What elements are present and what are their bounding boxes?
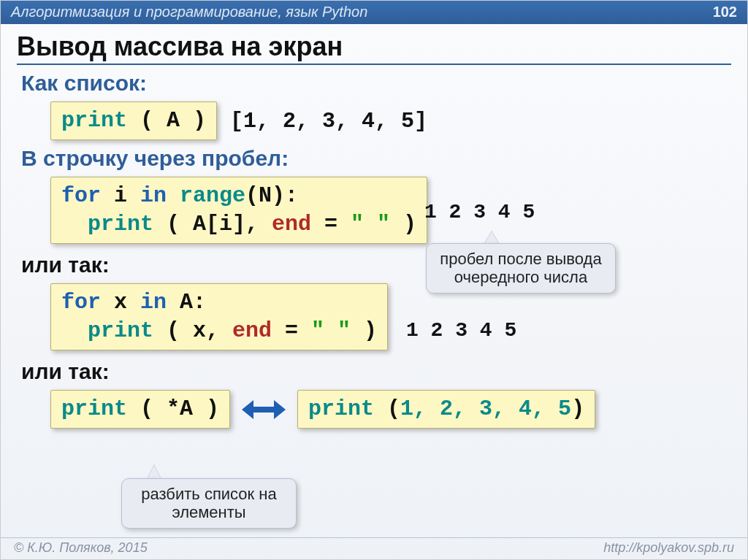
section-as-list-row: print ( A ) [1, 2, 3, 4, 5] [50,101,727,140]
section-or-2-label: или так: [21,359,727,384]
code-rest: ( A ) [127,108,206,133]
slide: Алгоритмизация и программирование, язык … [0,0,748,560]
callout-tail-2 [147,465,161,480]
content: Как список: print ( A ) [1, 2, 3, 4, 5] … [1,71,747,429]
section-inline-row: for i in range(N): print ( A[i], end = "… [50,177,727,244]
output-list: [1, 2, 3, 4, 5] [230,109,427,134]
code-for-x: for x in A: print ( x, end = " " ) [50,283,388,350]
callout-space-after: пробел после вывода очередного числа [426,243,616,294]
section-or-1-row: for x in A: print ( x, end = " " ) [50,283,727,350]
double-arrow-icon [242,400,286,419]
output-inline-2: 1 2 3 4 5 [406,319,516,342]
kw-print: print [61,108,127,133]
title-rule [17,64,731,65]
code-print-star: print ( *A ) [50,390,230,429]
footer-copyright: © К.Ю. Поляков, 2015 [14,540,148,556]
callout-split-list: разбить список на элементы [121,478,297,529]
footer-url: http://kpolyakov.spb.ru [603,540,734,556]
section-as-list-label: Как список: [21,71,727,96]
code-print-expanded: print (1, 2, 3, 4, 5) [297,390,595,429]
code-print-a: print ( A ) [50,101,217,140]
page-number: 102 [713,4,737,24]
output-inline-1: 1 2 3 4 5 [424,201,535,223]
slide-header: Алгоритмизация и программирование, язык … [1,1,747,24]
slide-footer: © К.Ю. Поляков, 2015 http://kpolyakov.sp… [1,537,747,559]
section-inline-label: В строчку через пробел: [21,146,727,171]
header-title: Алгоритмизация и программирование, язык … [11,4,367,24]
section-or-2-row: print ( *A ) print (1, 2, 3, 4, 5) [50,390,727,429]
slide-title: Вывод массива на экран [1,24,747,64]
section-or-1-label: или так: [21,253,727,277]
code-for-range: for i in range(N): print ( A[i], end = "… [50,177,427,244]
